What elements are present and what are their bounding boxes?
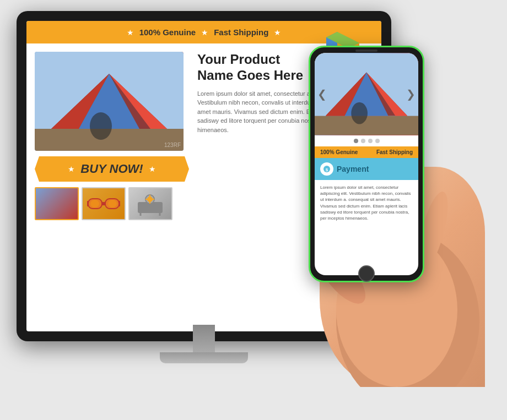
thumb-tent-img bbox=[36, 188, 78, 219]
phone-screen: ❮ ❯ 100% Genuine Fast Shipping bbox=[315, 53, 418, 275]
buy-now-text: BUY NOW! bbox=[80, 162, 143, 176]
thumb-3[interactable] bbox=[128, 187, 172, 220]
phone-nav-right[interactable]: ❯ bbox=[406, 88, 416, 101]
star-icon-3: ★ bbox=[274, 28, 281, 37]
phone-product-img: ❮ ❯ bbox=[315, 53, 418, 135]
phone-payment-section: $ Payment bbox=[315, 158, 418, 180]
scene: ★ 100% Genuine ★ Fast Shipping ★ bbox=[0, 0, 507, 420]
svg-point-16 bbox=[90, 200, 99, 208]
monitor-stand bbox=[171, 325, 237, 369]
thumb-stove-img bbox=[130, 188, 171, 219]
monitor-neck bbox=[193, 325, 215, 352]
payment-title: Payment bbox=[337, 165, 369, 173]
product-image-area: 123RF ★ BUY NOW! ★ bbox=[35, 52, 189, 220]
payment-icon: $ bbox=[320, 162, 333, 176]
svg-point-9 bbox=[90, 112, 112, 140]
thumb-1[interactable] bbox=[35, 187, 79, 220]
phone-banner: 100% Genuine Fast Shipping bbox=[315, 146, 418, 158]
phone-device: ❮ ❯ 100% Genuine Fast Shipping bbox=[309, 46, 424, 282]
watermark: 123RF bbox=[164, 142, 181, 148]
dot-3[interactable] bbox=[368, 139, 373, 143]
svg-rect-28 bbox=[315, 116, 418, 135]
monitor-base bbox=[160, 352, 248, 363]
star-icon-1: ★ bbox=[127, 28, 134, 37]
svg-point-32 bbox=[351, 102, 368, 124]
svg-rect-13 bbox=[102, 202, 105, 205]
phone-banner-shipping: Fast Shipping bbox=[376, 149, 413, 155]
phone-dots bbox=[315, 135, 418, 146]
dot-4[interactable] bbox=[375, 139, 380, 143]
phone-home-button[interactable] bbox=[358, 265, 375, 282]
svg-rect-15 bbox=[118, 201, 120, 206]
buy-star-right: ★ bbox=[149, 165, 156, 173]
buy-now-banner[interactable]: ★ BUY NOW! ★ bbox=[35, 156, 189, 182]
banner-text-shipping: Fast Shipping bbox=[214, 28, 268, 37]
phone-payment-desc: Lorem ipsum dolor sit amet, consectetur … bbox=[315, 180, 418, 226]
star-icon-2: ★ bbox=[201, 28, 208, 37]
banner-text-genuine: 100% Genuine bbox=[139, 28, 196, 37]
thumb-goggles-img bbox=[83, 188, 125, 219]
svg-point-20 bbox=[147, 197, 153, 202]
phone-nav-left[interactable]: ❮ bbox=[317, 88, 327, 101]
phone-banner-genuine: 100% Genuine bbox=[320, 149, 358, 155]
dot-2[interactable] bbox=[361, 139, 365, 143]
dot-1[interactable] bbox=[354, 139, 358, 143]
phone-speaker bbox=[355, 50, 377, 52]
tent-image: 123RF bbox=[35, 52, 184, 151]
svg-text:$: $ bbox=[326, 167, 328, 172]
svg-rect-14 bbox=[87, 201, 89, 206]
phone-container: ❮ ❯ 100% Genuine Fast Shipping bbox=[298, 46, 485, 387]
thumb-2[interactable] bbox=[82, 187, 126, 220]
svg-point-17 bbox=[108, 200, 117, 208]
thumbnails bbox=[35, 187, 189, 220]
buy-star-left: ★ bbox=[68, 165, 75, 173]
